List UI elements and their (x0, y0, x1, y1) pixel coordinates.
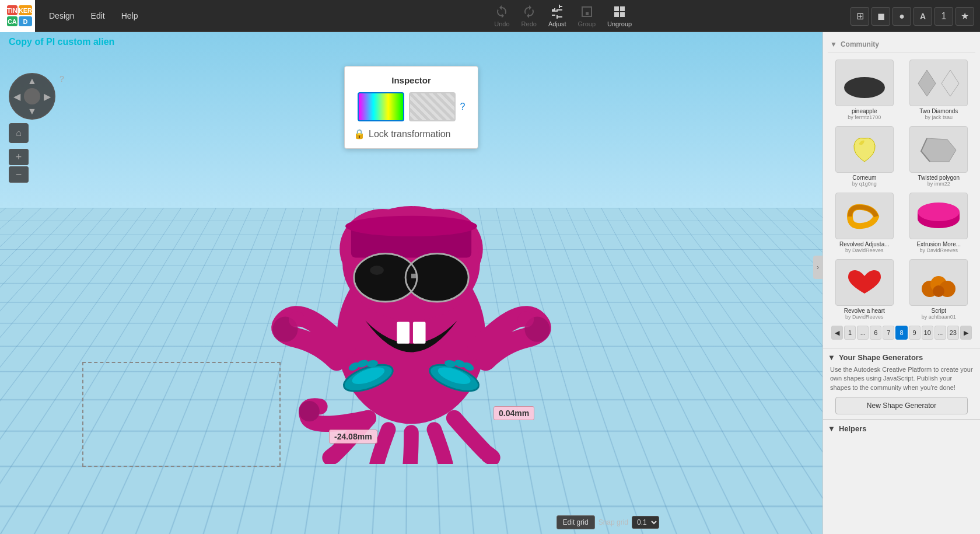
nav-design[interactable]: Design (41, 8, 83, 24)
shape-corneum[interactable]: Corneum by q1g0ng (830, 126, 899, 187)
undo-button[interactable]: Undo (494, 5, 509, 27)
svg-point-30 (299, 401, 320, 421)
zoom-out-button[interactable]: − (9, 166, 29, 183)
zoom-in-button[interactable]: + (9, 149, 29, 165)
generators-header: ▼ Your Shape Generators (828, 353, 975, 362)
page-next[interactable]: ▶ (960, 326, 972, 340)
shape-script[interactable]: Script by achtbaan01 (905, 259, 974, 320)
view-icons: ⊞ ◼ ● A 1 ★ (850, 0, 980, 32)
community-section: ▼ Community pineapple by fermtz1700 (823, 32, 980, 348)
shape-pineapple[interactable]: pineapple by fermtz1700 (830, 60, 899, 120)
inspector-help-icon[interactable]: ? (460, 102, 466, 112)
svg-rect-12 (397, 322, 410, 343)
viewport[interactable]: -24.08mm 0.04mm ▲ ▼ ◀ ▶ ⌂ + − ? Inspecto… (0, 32, 822, 534)
page-1[interactable]: 1 (844, 326, 856, 340)
shape-script-name: Script (931, 308, 946, 314)
community-shapes-grid: pineapple by fermtz1700 Two Diamonds by … (828, 57, 975, 322)
redo-button[interactable]: Redo (522, 5, 537, 27)
shape-twisted-thumb (909, 126, 968, 173)
new-shape-generator-button[interactable]: New Shape Generator (835, 397, 968, 414)
inspector-buttons: ? (354, 92, 469, 121)
shape-revolved[interactable]: Revolved Adjusta... by DavidReeves (830, 193, 899, 253)
grid-view-icon[interactable]: ⊞ (850, 7, 869, 26)
page-ellipsis-1: ... (857, 326, 869, 340)
shape-pineapple-name: pineapple (852, 108, 877, 114)
svg-point-31 (844, 77, 885, 98)
shape-corneum-thumb (835, 126, 894, 173)
page-10[interactable]: 10 (922, 326, 933, 340)
shape-script-thumb (909, 259, 968, 306)
page-9[interactable]: 9 (909, 326, 921, 340)
page-prev[interactable]: ◀ (831, 326, 843, 340)
svg-marker-32 (918, 70, 936, 96)
snap-grid: Edit grid Snap grid 0.1 0.5 1 (556, 515, 659, 529)
text-view-icon[interactable]: A (914, 7, 932, 26)
page-6[interactable]: 6 (870, 326, 881, 340)
svg-rect-13 (413, 322, 426, 343)
ungroup-button[interactable]: Ungroup (607, 5, 632, 27)
shape-diamonds[interactable]: Two Diamonds by jack tsau (905, 60, 974, 120)
lock-transform[interactable]: 🔒 Lock transformation (354, 128, 469, 139)
page-23[interactable]: 23 (947, 326, 959, 340)
shape-pineapple-thumb (835, 60, 894, 106)
adjust-button[interactable]: Adjust (548, 5, 566, 27)
multicolor-button[interactable] (358, 92, 404, 121)
svg-point-40 (933, 285, 944, 297)
star-view-icon[interactable]: ★ (956, 7, 974, 26)
measure-x: -24.08mm (329, 430, 377, 444)
nav-down-arrow[interactable]: ▼ (26, 106, 38, 117)
zoom-controls: + − (9, 149, 55, 183)
shape-extrusion[interactable]: Extrusion More... by DavidReeves (905, 193, 974, 253)
hole-button[interactable] (409, 92, 456, 121)
svg-marker-33 (942, 70, 959, 96)
logo-d: D (19, 16, 32, 26)
nav-pad: ▲ ▼ ◀ ▶ (9, 73, 55, 120)
shape-diamonds-author: by jack tsau (925, 114, 953, 120)
nav-menu: Design Edit Help (41, 8, 146, 24)
topbar: TIN KER CA D Design Edit Help Undo Redo … (0, 0, 980, 32)
svg-point-9 (370, 266, 384, 275)
sphere-view-icon[interactable]: ● (892, 7, 911, 26)
svg-point-36 (918, 203, 960, 221)
page-7[interactable]: 7 (883, 326, 894, 340)
measure-y: 0.04mm (494, 406, 534, 420)
nav-left-arrow[interactable]: ◀ (11, 90, 23, 102)
pagination: ◀ 1 ... 6 7 8 9 10 ... 23 ▶ (828, 322, 975, 343)
svg-point-17 (518, 312, 534, 328)
nav-controls: ▲ ▼ ◀ ▶ ⌂ + − (9, 73, 55, 183)
shape-diamonds-thumb (909, 60, 968, 106)
nav-up-arrow[interactable]: ▲ (26, 75, 38, 87)
shape-twisted[interactable]: Twisted polygon by imm22 (905, 126, 974, 187)
logo-tin: TIN (7, 5, 18, 15)
right-sidebar: ▼ Community pineapple by fermtz1700 (822, 32, 980, 534)
nav-edit[interactable]: Edit (83, 8, 113, 24)
shape-heart-name: Revolve a heart (844, 308, 885, 314)
generator-description: Use the Autodesk Creative Platform to cr… (828, 365, 975, 392)
shape-heart[interactable]: Revolve a heart by DavidReeves (830, 259, 899, 320)
snap-grid-label: Snap grid (598, 518, 628, 526)
shape-pineapple-author: by fermtz1700 (848, 114, 881, 120)
your-generators-section: ▼ Your Shape Generators Use the Autodesk… (823, 348, 980, 419)
nav-right-arrow[interactable]: ▶ (41, 90, 53, 102)
svg-point-5 (345, 216, 477, 236)
svg-point-15 (289, 312, 304, 328)
snap-grid-select[interactable]: 0.1 0.5 1 (632, 516, 659, 529)
page-8[interactable]: 8 (895, 326, 907, 340)
logo-ca: CA (7, 16, 18, 26)
shape-extrusion-name: Extrusion More... (916, 241, 961, 247)
logo[interactable]: TIN KER CA D (0, 0, 35, 32)
shape-extrusion-author: by DavidReeves (919, 247, 958, 253)
shape-twisted-name: Twisted polygon (918, 174, 960, 181)
number-view-icon[interactable]: 1 (935, 7, 953, 26)
box-view-icon[interactable]: ◼ (872, 7, 890, 26)
edit-grid-button[interactable]: Edit grid (556, 515, 595, 529)
nav-help[interactable]: Help (113, 8, 146, 24)
shape-twisted-author: by imm22 (928, 181, 950, 187)
helpers-header: ▼ Helpers (828, 424, 975, 433)
sidebar-collapse-button[interactable]: › (813, 256, 822, 279)
logo-ker: KER (19, 5, 32, 15)
help-icon[interactable]: ? (60, 74, 64, 83)
home-button[interactable]: ⌂ (9, 123, 29, 143)
nav-center[interactable] (24, 88, 40, 104)
group-button[interactable]: Group (578, 5, 596, 27)
